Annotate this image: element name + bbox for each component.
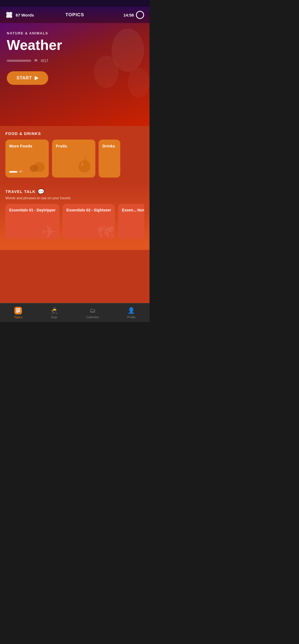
hero-section: NATURE & ANIMALS Weather 👁 0/17 START	[0, 23, 150, 126]
essentials-03-title: Essen... Noma...	[122, 208, 144, 213]
svg-point-10	[81, 163, 83, 166]
hero-bg-decoration	[74, 28, 150, 110]
svg-point-9	[30, 165, 38, 172]
time-display: 14:58	[123, 13, 134, 17]
essentials-02-deco: 🗺	[96, 219, 115, 239]
play-arrow-icon	[35, 76, 38, 80]
travel-speech-icon: 💬	[38, 188, 44, 195]
bottom-nav: Topics 🥷 Dojo 🗂 Collection 👤 Profile	[0, 303, 150, 322]
svg-rect-13	[16, 308, 20, 309]
collection-label: Collection	[86, 315, 99, 319]
more-foods-icon	[27, 157, 46, 175]
more-foods-card[interactable]: More Foods 👁	[5, 140, 49, 178]
nav-right: 14:58	[123, 11, 144, 19]
hero-progress-bar-container	[7, 60, 31, 62]
food-cards-row[interactable]: More Foods 👁 Fruits	[5, 140, 144, 180]
svg-rect-16	[16, 313, 19, 313]
more-foods-progress: 👁	[9, 170, 22, 174]
nav-title: TOPICS	[66, 12, 84, 18]
hero-eye-icon: 👁	[34, 58, 38, 63]
fruits-card[interactable]: Fruits	[52, 140, 95, 178]
collection-icon: 🗂	[89, 307, 96, 314]
drinks-title: Drinks	[102, 143, 116, 149]
essentials-01-title: Essentials 01 - Daytripper	[9, 208, 56, 213]
dojo-label: Dojo	[51, 315, 57, 319]
dojo-icon: 🥷	[50, 307, 58, 314]
essentials-01-deco: ✈	[40, 219, 59, 239]
profile-icon: 👤	[128, 307, 135, 314]
nav-item-topics[interactable]: Topics	[9, 305, 28, 320]
clover-icon	[5, 11, 13, 19]
start-button-label: START	[17, 76, 32, 80]
words-count: 67 Words	[16, 13, 34, 17]
nav-item-profile[interactable]: 👤 Profile	[122, 305, 141, 320]
top-nav: 67 Words TOPICS 14:58	[0, 7, 150, 23]
nav-item-dojo[interactable]: 🥷 Dojo	[45, 305, 63, 320]
essentials-02-title: Essentials 02 - Sightseer	[66, 208, 111, 213]
record-button[interactable]	[136, 11, 144, 19]
food-section-title: FOOD & DRINKS	[5, 131, 41, 136]
nav-left: 67 Words	[5, 11, 34, 19]
travel-section: TRAVEL TALK 💬 Words and phrases to use o…	[0, 183, 150, 244]
profile-label: Profile	[127, 315, 135, 319]
topics-icon	[14, 307, 22, 314]
topics-label: Topics	[14, 315, 22, 319]
svg-text:✈: ✈	[42, 222, 56, 239]
travel-subtitle: Words and phrases to use on your travels	[5, 196, 144, 200]
start-button[interactable]: START	[7, 71, 48, 85]
status-bar	[0, 0, 150, 7]
fruits-title: Fruits	[56, 143, 92, 149]
fruits-icon	[76, 156, 93, 175]
svg-rect-15	[16, 311, 20, 312]
drinks-card[interactable]: Drinks	[99, 140, 120, 178]
svg-rect-4	[9, 14, 10, 17]
svg-rect-14	[16, 310, 20, 311]
travel-section-title: TRAVEL TALK	[5, 189, 35, 194]
essentials-03-card[interactable]: Essen... Noma...	[118, 204, 144, 239]
svg-point-7	[128, 68, 150, 98]
essentials-01-card[interactable]: Essentials 01 - Daytripper ✈	[5, 204, 59, 239]
nav-item-collection[interactable]: 🗂 Collection	[81, 305, 105, 320]
more-foods-title: More Foods	[9, 143, 45, 149]
more-foods-progress-bar	[9, 171, 17, 173]
food-section-header: FOOD & DRINKS	[5, 131, 144, 136]
svg-text:🗺: 🗺	[97, 223, 113, 239]
scroll-spacer	[0, 244, 150, 250]
svg-point-6	[94, 56, 118, 88]
food-section: FOOD & DRINKS More Foods 👁	[0, 126, 150, 183]
scroll-area[interactable]: FOOD & DRINKS More Foods 👁	[0, 126, 150, 303]
travel-section-header: TRAVEL TALK 💬	[5, 188, 144, 195]
more-foods-eye-icon: 👁	[19, 170, 22, 174]
hero-progress-text: 0/17	[41, 59, 48, 63]
travel-cards-row[interactable]: Essentials 01 - Daytripper ✈ Essentials …	[5, 204, 144, 242]
essentials-02-card[interactable]: Essentials 02 - Sightseer 🗺	[63, 204, 115, 239]
